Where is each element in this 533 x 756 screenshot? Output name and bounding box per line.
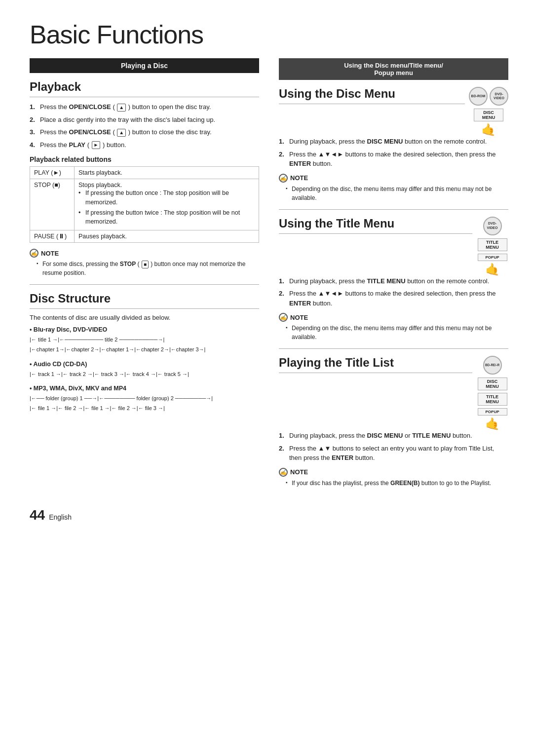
- title-menu-steps: During playback, press the TITLE MENU bu…: [279, 276, 508, 308]
- disc-structure-title: Disc Structure: [30, 292, 259, 309]
- remote-hand-icon: 🤙: [481, 123, 496, 137]
- table-row: PAUSE (⏸) Pauses playback.: [30, 230, 259, 243]
- page-lang: English: [49, 513, 72, 521]
- note-content: For some discs, pressing the STOP ( ■ ) …: [30, 260, 259, 277]
- button-play: PLAY (►): [30, 167, 75, 179]
- bd-rom-icon: BD-ROM: [469, 87, 488, 106]
- list-item: If your disc has the playlist, press the…: [286, 479, 508, 488]
- step-2: Place a disc gently into the tray with t…: [30, 115, 259, 125]
- title-menu-section: Using the Title Menu DVD-VIDEO TITLE MEN…: [279, 217, 508, 276]
- note-label: NOTE: [290, 468, 308, 476]
- mp3-section: • MP3, WMA, DivX, MKV and MP4 |←── folde…: [30, 385, 259, 414]
- note-icon: ✍: [279, 174, 288, 183]
- disc-menu-header: Using the Disc menu/Title menu/Popup men…: [279, 58, 508, 80]
- list-item: Depending on the disc, the menu items ma…: [286, 324, 508, 341]
- disc-structure-intro: The contents of disc are usually divided…: [30, 314, 259, 321]
- title-menu-title: Using the Title Menu: [279, 217, 472, 234]
- note-icon: ✍: [279, 313, 288, 322]
- bd-re-r-icon: BD-RE/-R: [483, 356, 502, 375]
- title-list-section: Playing the Title List BD-RE/-R DISC MEN…: [279, 356, 508, 431]
- note-title: ✍ NOTE: [279, 174, 508, 183]
- disc-menu-note: ✍ NOTE Depending on the disc, the menu i…: [279, 174, 508, 202]
- dvd-video-icon: DVD-VIDEO: [490, 87, 508, 106]
- audio-cd-diagram: |← track 1 →|← track 2 →|← track 3 →|← t…: [30, 370, 259, 379]
- step-2: Press the ▲▼◄► buttons to make the desir…: [279, 150, 508, 169]
- disc-menu-btn-label2: DISC MENU: [478, 378, 507, 390]
- disc-menu-title: Using the Disc Menu: [279, 87, 465, 104]
- desc-pause: Pauses playback.: [75, 230, 259, 243]
- note-icon: ✍: [279, 468, 288, 477]
- bluray-diagram: |← title 1 →|←────────── title 2 ───────…: [30, 335, 259, 355]
- playing-disc-header: Playing a Disc: [30, 58, 259, 73]
- button-stop: STOP (■): [30, 179, 75, 230]
- note-title: ✍ NOTE: [30, 249, 259, 258]
- note-label: NOTE: [290, 314, 308, 321]
- title-list-title: Playing the Title List: [279, 356, 472, 373]
- note-content: Depending on the disc, the menu items ma…: [279, 185, 508, 202]
- right-column: Using the Disc menu/Title menu/Popup men…: [279, 58, 508, 492]
- desc-play: Starts playback.: [75, 167, 259, 179]
- mp3-diagram: |←── folder (group) 1 ──→|←──────── fold…: [30, 394, 259, 414]
- step-1: During playback, press the DISC MENU or …: [279, 431, 508, 441]
- page-footer: 44 English: [30, 507, 508, 523]
- disc-menu-btn-label: DISC MENU: [474, 109, 503, 121]
- popup-btn-label: POPUP: [478, 254, 507, 261]
- stop-note-2: If pressing the button twice : The stop …: [78, 208, 255, 227]
- title-list-note: ✍ NOTE If your disc has the playlist, pr…: [279, 468, 508, 488]
- note-title: ✍ NOTE: [279, 468, 508, 477]
- step-2: Press the ▲▼ buttons to select an entry …: [279, 444, 508, 463]
- page-title: Basic Functions: [30, 20, 508, 49]
- desc-stop: Stops playback. If pressing the button o…: [75, 179, 259, 230]
- note-icon: ✍: [30, 249, 38, 258]
- step-1: During playback, press the DISC MENU but…: [279, 137, 508, 147]
- step-3: Press the OPEN/CLOSE ( ▲ ) button to clo…: [30, 127, 259, 137]
- step-1: During playback, press the TITLE MENU bu…: [279, 276, 508, 286]
- table-row: PLAY (►) Starts playback.: [30, 167, 259, 179]
- stop-note-1: If pressing the button once : The stop p…: [78, 189, 255, 207]
- bluray-dvd-section: • Blu-ray Disc, DVD-VIDEO |← title 1 →|←…: [30, 326, 259, 355]
- playback-note: ✍ NOTE For some discs, pressing the STOP…: [30, 249, 259, 277]
- title-menu-note: ✍ NOTE Depending on the disc, the menu i…: [279, 313, 508, 341]
- step-2: Press the ▲▼◄► buttons to make the desir…: [279, 289, 508, 308]
- title-list-steps: During playback, press the DISC MENU or …: [279, 431, 508, 463]
- step-4: Press the PLAY ( ► ) button.: [30, 140, 259, 150]
- step-1: Press the OPEN/CLOSE ( ▲ ) button to ope…: [30, 102, 259, 112]
- note-label: NOTE: [290, 174, 308, 182]
- audio-cd-section: • Audio CD (CD-DA) |← track 1 →|← track …: [30, 361, 259, 379]
- list-item: For some discs, pressing the STOP ( ■ ) …: [37, 260, 259, 277]
- related-buttons-title: Playback related buttons: [30, 155, 259, 163]
- left-column: Playing a Disc Playback Press the OPEN/C…: [30, 58, 259, 492]
- button-pause: PAUSE (⏸): [30, 230, 75, 243]
- playback-steps: Press the OPEN/CLOSE ( ▲ ) button to ope…: [30, 102, 259, 150]
- table-row: STOP (■) Stops playback. If pressing the…: [30, 179, 259, 230]
- remote-hand-icon2: 🤙: [485, 263, 500, 276]
- playback-title: Playback: [30, 80, 259, 97]
- title-menu-btn-label: TITLE MENU: [478, 238, 507, 251]
- note-title: ✍ NOTE: [279, 313, 508, 322]
- disc-menu-steps: During playback, press the DISC MENU but…: [279, 137, 508, 169]
- note-label: NOTE: [41, 250, 59, 257]
- bluray-label: • Blu-ray Disc, DVD-VIDEO: [30, 326, 259, 333]
- title-menu-btn-label2: TITLE MENU: [478, 393, 507, 406]
- dvd-video-icon2: DVD-VIDEO: [483, 217, 502, 235]
- playback-table: PLAY (►) Starts playback. STOP (■) Stops…: [30, 166, 259, 243]
- page-number: 44: [30, 507, 45, 523]
- disc-menu-section: Using the Disc Menu BD-ROM DVD-VIDEO DIS…: [279, 87, 508, 137]
- popup-btn-label2: POPUP: [478, 408, 507, 416]
- remote-hand-icon3: 🤙: [485, 417, 500, 431]
- list-item: Depending on the disc, the menu items ma…: [286, 185, 508, 202]
- note-content: If your disc has the playlist, press the…: [279, 479, 508, 488]
- note-content: Depending on the disc, the menu items ma…: [279, 324, 508, 341]
- mp3-label: • MP3, WMA, DivX, MKV and MP4: [30, 385, 259, 392]
- audio-cd-label: • Audio CD (CD-DA): [30, 361, 259, 368]
